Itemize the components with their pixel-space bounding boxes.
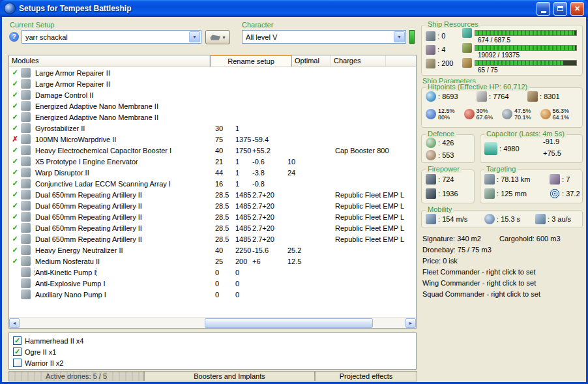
resist-cell: 47.5%70.1% — [502, 108, 540, 121]
character-value: All level V — [246, 33, 277, 41]
firepower-volley-value: 724 — [438, 175, 454, 183]
module-row[interactable]: Anti-Kinetic Pump I00 — [9, 267, 416, 278]
module-cap: 2.7+20 — [252, 235, 287, 243]
armor-hp-value: 7764 — [489, 93, 509, 100]
projected-effects-tab[interactable]: Projected effects — [315, 371, 417, 381]
module-pg: 0 — [235, 269, 252, 276]
module-charge: Republic Fleet EMP L — [334, 202, 416, 210]
boosters-implants-tab[interactable]: Boosters and Implants — [144, 371, 315, 381]
app-window: Setups for Tempest Battleship ✕ Current … — [0, 0, 588, 384]
module-name: Large Armor Repairer II — [35, 80, 110, 88]
module-cpu: 30 — [215, 125, 235, 132]
module-row[interactable]: ✓X5 Prototype I Engine Enervator211-0.61… — [9, 156, 416, 167]
module-row[interactable]: ✓Large Armor Repairer II — [9, 78, 416, 89]
module-row[interactable]: ✓Dual 650mm Repeating Artillery II28.514… — [9, 233, 416, 244]
modules-header-row: Modules Rename setup Optimal Charges — [9, 55, 416, 67]
character-select[interactable]: All level V ▼ — [242, 30, 406, 44]
module-pg: 1485 — [235, 235, 252, 243]
modules-column-header: Modules — [9, 55, 210, 66]
drone-row[interactable]: ✓Ogre II x1 — [13, 346, 412, 357]
module-name: Dual 650mm Repeating Artillery II — [35, 224, 142, 232]
horizontal-scrollbar[interactable]: ◄ ► — [9, 318, 416, 328]
wing-commander-text[interactable]: Wing Commander - right click to set — [422, 278, 583, 289]
firepower-panel: Firepower 724 1936 — [421, 170, 475, 203]
module-icon — [21, 223, 31, 233]
capacitor-title: Capacitor (Lasts: 4m 5s) — [484, 130, 566, 138]
module-row[interactable]: ✓Heavy Energy Neutralizer II402250-15.62… — [9, 244, 416, 256]
module-row[interactable]: Anti-Explosive Pump I00 — [9, 278, 416, 289]
module-cpu: 28.5 — [215, 202, 235, 210]
scroll-right-button[interactable]: ► — [405, 318, 416, 328]
drone-bay-panel: ✓Hammerhead II x4✓Ogre II x1Warrior II x… — [8, 332, 417, 370]
current-setup-select[interactable]: yarr schackal ▼ — [22, 30, 201, 44]
kinetic-resist-icon — [502, 109, 512, 119]
module-name: Medium Nosferatu II — [35, 258, 100, 265]
module-row[interactable]: ✓Dual 650mm Repeating Artillery II28.514… — [9, 222, 416, 233]
module-list: ✓Large Armor Repairer II✓Large Armor Rep… — [9, 67, 416, 318]
ship-menu-button[interactable]: ▾ — [205, 30, 230, 44]
maximize-button[interactable] — [553, 2, 567, 16]
module-row[interactable]: ✓Dual 650mm Repeating Artillery II28.514… — [9, 211, 416, 222]
rename-setup-tab[interactable]: Rename setup — [210, 55, 292, 66]
sensor-strength-value: 37.2 — [562, 190, 580, 198]
module-pg: 1485 — [235, 213, 252, 221]
module-row[interactable]: ✓Gyrostabilizer II301 — [9, 123, 416, 134]
module-row[interactable]: ✓Medium Nosferatu II25200+612.5 — [9, 256, 416, 267]
drone-list: ✓Hammerhead II x4✓Ogre II x1Warrior II x… — [13, 335, 412, 368]
bottom-bar: Active drones: 5 / 5 Boosters and Implan… — [8, 371, 417, 381]
calibration-icon — [426, 59, 435, 68]
squad-commander-text[interactable]: Squad Commander - right click to set — [422, 289, 583, 300]
module-cpu: 40 — [215, 246, 235, 254]
drone-checkbox[interactable] — [13, 359, 22, 367]
module-row[interactable]: ✓Energized Adaptive Nano Membrane II — [9, 111, 416, 123]
status-ok-icon: ✓ — [9, 102, 21, 110]
status-ok-icon: ✓ — [9, 168, 21, 177]
drone-checkbox[interactable]: ✓ — [13, 336, 22, 345]
module-optimal: 24 — [287, 169, 334, 177]
module-row[interactable]: ✓Warp Disruptor II441-3.824 — [9, 167, 416, 178]
module-row[interactable]: ✓Dual 650mm Repeating Artillery II28.514… — [9, 200, 416, 211]
module-name: Dual 650mm Repeating Artillery II — [35, 202, 142, 210]
capacitor-recharge-value: +75.5 — [543, 149, 561, 157]
module-row[interactable]: ✓Damage Control II — [9, 89, 416, 100]
armor-repair-icon — [426, 150, 436, 160]
scrollbar-thumb[interactable] — [205, 318, 373, 328]
scroll-left-button[interactable]: ◄ — [9, 318, 20, 328]
module-name: Energized Adaptive Nano Membrane II — [35, 113, 158, 121]
chevron-down-icon[interactable]: ▼ — [394, 31, 405, 42]
module-row[interactable]: ✓Dual 650mm Repeating Artillery II28.514… — [9, 189, 416, 200]
status-ok-icon: ✓ — [9, 257, 21, 265]
minimize-button[interactable] — [537, 2, 550, 16]
module-icon — [21, 212, 31, 222]
max-targets-value: 7 — [562, 175, 570, 183]
drone-row[interactable]: Warrior II x2 — [13, 357, 412, 368]
module-row[interactable]: ✗100MN MicroWarpdrive II751375-59.4 — [9, 134, 416, 145]
module-icon — [21, 79, 31, 89]
armor-resist-value: 80% — [438, 114, 455, 121]
close-button[interactable]: ✕ — [570, 2, 584, 16]
fleet-commander-text[interactable]: Fleet Commander - right click to set — [422, 267, 583, 278]
module-charge: Republic Fleet EMP L — [334, 213, 416, 221]
chevron-down-icon[interactable]: ▼ — [189, 31, 200, 42]
targeting-range-value: 78.13 km — [497, 175, 530, 183]
drone-row[interactable]: ✓Hammerhead II x4 — [13, 335, 412, 346]
shield-resist-value: 12.5% — [438, 108, 455, 114]
resist-row: 12.5%80%30%67.6%47.5%70.1%56.3%64.1% — [426, 108, 578, 121]
module-row[interactable]: ✓Large Armor Repairer II — [9, 67, 416, 78]
current-setup-value: yarr schackal — [25, 33, 68, 41]
cpu-icon — [462, 28, 472, 38]
max-targets-icon — [550, 174, 560, 185]
module-row[interactable]: Auxiliary Nano Pump I00 — [9, 289, 416, 300]
module-row[interactable]: ✓Conjunctive Ladar ECCM Scanning Array I… — [9, 178, 416, 189]
em-resist-icon — [426, 109, 436, 119]
module-row[interactable]: ✓Energized Adaptive Nano Membrane II — [9, 100, 416, 111]
drone-checkbox[interactable]: ✓ — [13, 347, 22, 356]
help-icon[interactable]: ? — [9, 32, 19, 42]
ship-resources-title: Ship Resources — [426, 20, 480, 28]
title-bar: Setups for Tempest Battleship ✕ — [0, 0, 588, 17]
module-row[interactable]: ✓Heavy Electrochemical Capacitor Booster… — [9, 145, 416, 156]
status-error-icon: ✗ — [9, 135, 21, 143]
hull-hp-icon — [527, 91, 538, 102]
hardpoint-list: 04200 — [426, 31, 453, 68]
shield-hp-icon — [426, 91, 436, 102]
